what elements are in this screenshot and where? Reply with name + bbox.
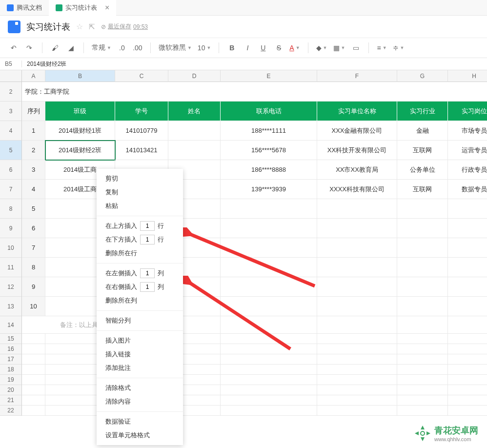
select-all-corner[interactable] xyxy=(0,70,22,82)
cell-13-A[interactable]: 10 xyxy=(22,297,45,316)
italic-button[interactable]: I xyxy=(241,41,254,55)
cell-7-H[interactable]: 数据专员 xyxy=(448,180,487,199)
menu-delete-col[interactable]: 删除所在列 xyxy=(97,294,183,307)
cell-14-G[interactable] xyxy=(397,316,448,334)
menu-insert-link[interactable]: 插入链接 xyxy=(97,347,183,361)
cell-4-H[interactable]: 市场专员 xyxy=(448,121,487,141)
menu-insert-left[interactable]: 在左侧插入列 xyxy=(97,266,183,280)
cell-4-G[interactable]: 金融 xyxy=(397,121,448,141)
cell-5-B[interactable]: 2014级财经2班 xyxy=(45,141,115,160)
cell-20-G[interactable] xyxy=(397,385,448,395)
row-header-15[interactable]: 15 xyxy=(0,334,22,344)
cell-13-F[interactable] xyxy=(317,297,397,316)
undo-button[interactable]: ↶ xyxy=(7,41,20,55)
cell-13-H[interactable] xyxy=(448,297,487,316)
redo-button[interactable]: ↷ xyxy=(22,41,36,55)
col-header-H[interactable]: H xyxy=(448,70,487,82)
row-header-16[interactable]: 16 xyxy=(0,344,22,354)
clear-format-button[interactable]: ◢ xyxy=(64,41,78,55)
last-saved-time[interactable]: 09:53 xyxy=(133,23,148,30)
cell-22-F[interactable] xyxy=(317,406,397,416)
cell-19-A[interactable] xyxy=(22,375,45,385)
cell-5-A[interactable]: 2 xyxy=(22,141,45,160)
font-size-select[interactable]: 10▼ xyxy=(196,41,213,55)
cell-17-H[interactable] xyxy=(448,354,487,365)
cell-5-G[interactable]: 互联网 xyxy=(397,141,448,160)
cell-5-D[interactable] xyxy=(168,141,221,160)
row-header-2[interactable]: 2 xyxy=(0,82,22,102)
cell-18-G[interactable] xyxy=(397,365,448,375)
menu-smart-split[interactable]: 智能分列 xyxy=(97,314,183,327)
menu-cell-format[interactable]: 设置单元格格式 xyxy=(97,428,183,442)
row-header-22[interactable]: 22 xyxy=(0,406,22,416)
col-header-E[interactable]: E xyxy=(221,70,317,82)
cell-14-H[interactable] xyxy=(448,316,487,334)
cell-8-F[interactable] xyxy=(317,199,397,219)
decrease-decimal-button[interactable]: .0 xyxy=(115,41,129,55)
cell-10-G[interactable] xyxy=(397,238,448,258)
cell-4-A[interactable]: 1 xyxy=(22,121,45,141)
cell-8-A[interactable]: 5 xyxy=(22,199,45,219)
row-header-19[interactable]: 19 xyxy=(0,375,22,385)
menu-insert-above[interactable]: 在上方插入行 xyxy=(97,219,183,233)
bold-button[interactable]: B xyxy=(225,41,239,55)
header-G[interactable]: 实习行业 xyxy=(397,102,448,121)
cell-4-D[interactable] xyxy=(168,121,221,141)
cell-15-G[interactable] xyxy=(397,334,448,344)
insert-above-count[interactable] xyxy=(140,221,155,231)
cell-9-F[interactable] xyxy=(317,219,397,238)
row-header-21[interactable]: 21 xyxy=(0,395,22,406)
cell-4-E[interactable]: 188****1111 xyxy=(221,121,317,141)
menu-clear-format[interactable]: 清除格式 xyxy=(97,381,183,395)
row-header-4[interactable]: 4 xyxy=(0,121,22,141)
cell-7-F[interactable]: XXXX科技有限公司 xyxy=(317,180,397,199)
col-header-D[interactable]: D xyxy=(168,70,221,82)
cell-20-H[interactable] xyxy=(448,385,487,395)
institute-cell[interactable]: 学院：工商学院 xyxy=(22,82,487,102)
cell-22-A[interactable] xyxy=(22,406,45,416)
fill-color-button[interactable]: ◆▼ xyxy=(314,41,329,55)
cell-11-G[interactable] xyxy=(397,258,448,277)
menu-insert-right[interactable]: 在右侧插入列 xyxy=(97,280,183,294)
menu-clear-content[interactable]: 清除内容 xyxy=(97,395,183,408)
insert-right-count[interactable] xyxy=(140,282,155,292)
cell-11-H[interactable] xyxy=(448,258,487,277)
cell-12-H[interactable] xyxy=(448,277,487,297)
cell-17-G[interactable] xyxy=(397,354,448,365)
cell-21-G[interactable] xyxy=(397,395,448,406)
cell-12-A[interactable]: 9 xyxy=(22,277,45,297)
cell-21-A[interactable] xyxy=(22,395,45,406)
cell-21-F[interactable] xyxy=(317,395,397,406)
cell-18-H[interactable] xyxy=(448,365,487,375)
row-header-9[interactable]: 9 xyxy=(0,219,22,238)
cell-16-G[interactable] xyxy=(397,344,448,354)
tab-internship-sheet[interactable]: 实习统计表 × xyxy=(49,0,116,16)
cell-10-A[interactable]: 7 xyxy=(22,238,45,258)
cell-11-A[interactable]: 8 xyxy=(22,258,45,277)
cell-5-E[interactable]: 156****5678 xyxy=(221,141,317,160)
row-header-6[interactable]: 6 xyxy=(0,160,22,180)
cell-19-H[interactable] xyxy=(448,375,487,385)
align-button[interactable]: ≡▼ xyxy=(375,41,388,55)
menu-cut[interactable]: 剪切 xyxy=(97,172,183,185)
cell-12-G[interactable] xyxy=(397,277,448,297)
header-H[interactable]: 实习岗位 xyxy=(448,102,487,121)
cell-13-G[interactable] xyxy=(397,297,448,316)
header-D[interactable]: 姓名 xyxy=(168,102,221,121)
cell-6-H[interactable]: 行政专员 xyxy=(448,160,487,180)
insert-left-count[interactable] xyxy=(140,268,155,278)
cell-17-E[interactable] xyxy=(221,354,317,365)
menu-insert-image[interactable]: 插入图片 xyxy=(97,334,183,347)
close-icon[interactable]: × xyxy=(105,3,109,12)
cell-16-F[interactable] xyxy=(317,344,397,354)
cell-4-B[interactable]: 2014级财经1班 xyxy=(45,121,115,141)
col-header-C[interactable]: C xyxy=(115,70,168,82)
cell-9-G[interactable] xyxy=(397,219,448,238)
row-header-10[interactable]: 10 xyxy=(0,238,22,258)
cell-10-H[interactable] xyxy=(448,238,487,258)
col-header-B[interactable]: B xyxy=(45,70,115,82)
header-C[interactable]: 学号 xyxy=(115,102,168,121)
cell-14-F[interactable] xyxy=(317,316,397,334)
cell-17-A[interactable] xyxy=(22,354,45,365)
row-header-14[interactable]: 14 xyxy=(0,316,22,334)
